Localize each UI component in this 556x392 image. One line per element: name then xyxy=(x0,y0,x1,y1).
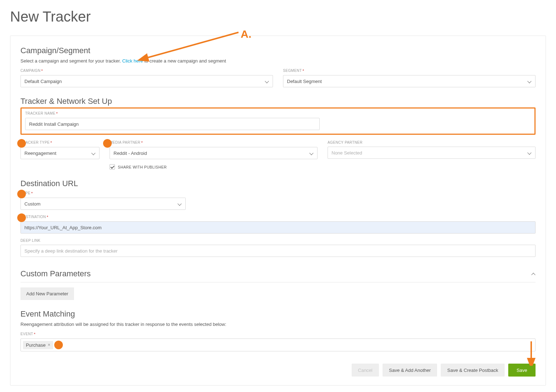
chevron-down-icon xyxy=(178,202,182,206)
event-tag-label: Purchase xyxy=(26,342,46,348)
dest-label: DESTINATION* xyxy=(20,215,536,219)
tracker-name-input-wrap xyxy=(25,118,320,130)
campaign-segment-title: Campaign/Segment xyxy=(20,46,536,55)
campaign-desc-link[interactable]: Click here xyxy=(122,58,143,64)
tracker-type-select[interactable]: Reengagement xyxy=(20,147,99,159)
cancel-button: Cancel xyxy=(352,364,379,377)
tracker-network-title: Tracker & Network Set Up xyxy=(20,97,536,106)
campaign-select[interactable]: Default Campaign xyxy=(20,75,273,87)
campaign-label: CAMPAIGN* xyxy=(20,69,273,73)
agency-partner-select[interactable]: None Selected xyxy=(328,147,536,159)
share-with-publisher-checkbox[interactable] xyxy=(110,164,115,170)
dest-type-value: Custom xyxy=(24,201,41,207)
agency-partner-label: AGENCY PARTNER xyxy=(328,140,536,144)
save-add-another-button[interactable]: Save & Add Another xyxy=(383,364,437,377)
chevron-down-icon xyxy=(265,79,269,83)
campaign-desc-suffix: to create a new campaign and segment xyxy=(143,58,226,64)
add-new-parameter-button[interactable]: Add New Parameter xyxy=(20,287,74,300)
deep-link-input-wrap xyxy=(20,245,536,257)
segment-label: SEGMENT* xyxy=(283,69,536,73)
tracker-name-input[interactable] xyxy=(29,121,316,127)
segment-value: Default Segment xyxy=(287,79,322,84)
media-partner-label: MEDIA PARTNER* xyxy=(110,140,318,145)
tracker-type-label: TRACKER TYPE* xyxy=(20,140,99,145)
event-matching-desc: Reengagement attribution will be assigne… xyxy=(20,322,536,327)
chevron-down-icon xyxy=(528,79,532,83)
chevron-up-icon xyxy=(532,272,536,276)
add-event-icon[interactable]: + xyxy=(55,342,61,348)
media-partner-value: Reddit - Android xyxy=(113,151,147,156)
dest-type-label: TYPE* xyxy=(20,191,536,195)
event-label: EVENT* xyxy=(20,332,536,336)
custom-parameters-title: Custom Parameters xyxy=(20,269,91,278)
event-matching-title: Event Matching xyxy=(20,309,536,319)
chevron-down-icon xyxy=(92,151,96,155)
remove-tag-icon[interactable]: × xyxy=(48,342,50,347)
chevron-down-icon xyxy=(528,151,532,155)
tracker-form-panel: A. Campaign/Segment Select a campaign an… xyxy=(10,36,546,386)
save-create-postback-button[interactable]: Save & Create Postback xyxy=(441,364,505,377)
tracker-type-value: Reengagement xyxy=(24,151,56,156)
dest-type-select[interactable]: Custom xyxy=(20,198,186,210)
page-title: New Tracker xyxy=(10,9,546,25)
campaign-value: Default Campaign xyxy=(24,79,62,84)
tracker-name-label: TRACKER NAME* xyxy=(25,111,531,116)
annotation-a-label: A. xyxy=(241,28,251,40)
event-select[interactable]: Purchase × + xyxy=(20,338,536,351)
custom-parameters-toggle[interactable]: Custom Parameters xyxy=(20,269,536,278)
dest-input-wrap xyxy=(20,221,536,234)
share-with-publisher-label: SHARE WITH PUBLISHER xyxy=(118,165,167,169)
agency-partner-value: None Selected xyxy=(332,150,362,156)
campaign-segment-desc: Select a campaign and segment for your t… xyxy=(20,58,536,64)
deep-link-label: DEEP LINK xyxy=(20,239,536,243)
save-button[interactable]: Save xyxy=(508,364,536,377)
segment-select[interactable]: Default Segment xyxy=(283,75,536,87)
destination-url-title: Destination URL xyxy=(20,179,536,188)
deep-link-input[interactable] xyxy=(24,248,532,254)
tracker-name-highlight: TRACKER NAME* xyxy=(20,107,536,135)
media-partner-select[interactable]: Reddit - Android xyxy=(110,147,318,159)
event-tag: Purchase × xyxy=(23,341,53,349)
destination-input[interactable] xyxy=(24,225,532,230)
campaign-desc-prefix: Select a campaign and segment for your t… xyxy=(20,58,122,64)
chevron-down-icon xyxy=(310,151,314,155)
